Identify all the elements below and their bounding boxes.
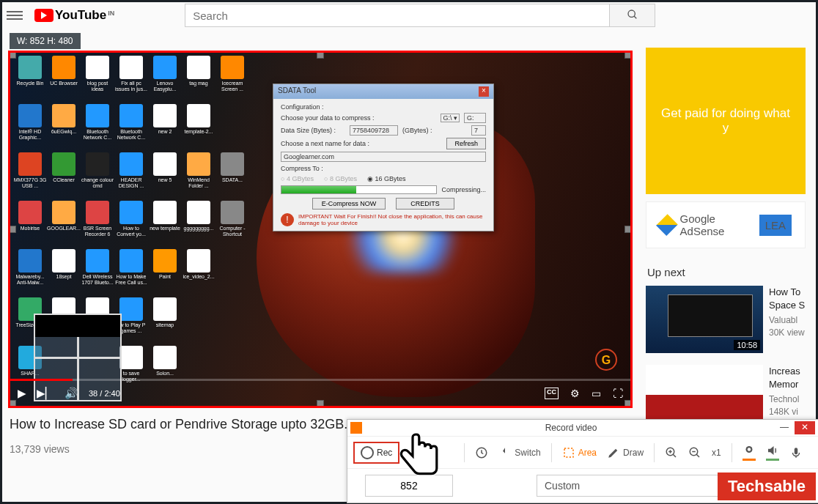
desktop-icon[interactable]: How to Convert yo... (114, 201, 148, 248)
refresh-button[interactable]: Refresh (446, 138, 486, 149)
progress-track[interactable] (10, 379, 630, 381)
desktop-icon[interactable]: Intel® HD Graphic... (13, 104, 47, 151)
resize-handle[interactable] (9, 226, 16, 233)
youtube-logo[interactable]: YouTube IN (34, 8, 114, 23)
resize-handle[interactable] (9, 51, 16, 59)
size-label: Data Size (Bytes) : (281, 127, 345, 134)
record-icon (361, 446, 374, 459)
fullscreen-icon[interactable]: ⛶ (613, 388, 623, 399)
compress-to-label: Compress To : (281, 165, 486, 172)
desktop-icon[interactable]: change colour cmd (81, 152, 114, 199)
audio-button[interactable] (766, 444, 779, 461)
desktop-icon[interactable]: SDATA... (215, 152, 249, 199)
desktop-icon[interactable]: 6uEGwlq... (47, 104, 81, 151)
ecompress-button[interactable]: E-Compress NOW (312, 198, 386, 210)
desktop-icon[interactable]: HEADER DESIGN ... (114, 152, 148, 199)
desktop-icon[interactable]: WinMend Folder ... (182, 152, 215, 199)
desktop-icon[interactable]: template-2... (182, 104, 215, 151)
desktop-icon[interactable]: Dell Wireless 1707 Blueto... (81, 249, 114, 296)
search-button[interactable] (610, 4, 655, 27)
desktop-icon[interactable]: Mobirise (13, 201, 47, 248)
desktop-icon[interactable]: Lenovo Easyplu... (148, 56, 182, 103)
area-button[interactable]: Area (562, 446, 597, 459)
desktop-icon[interactable]: 18sept (47, 249, 81, 296)
draw-button[interactable]: Draw (607, 446, 644, 459)
resize-handle[interactable] (317, 51, 324, 59)
size-input[interactable]: 7758409728 (350, 125, 398, 136)
desktop-icon[interactable]: UC Browser (47, 56, 81, 103)
desktop-icon[interactable]: BSR Screen Recorder 6 (81, 201, 114, 248)
desktop-icon[interactable]: Bluetooth Network C... (114, 104, 148, 151)
close-button[interactable]: ✕ (795, 421, 815, 434)
radio-4gb[interactable]: ○ 4 GBytes (281, 175, 314, 182)
credits-button[interactable]: CREDITS (396, 198, 454, 210)
progress-bar (281, 185, 437, 194)
desktop-icon[interactable]: tag mag (182, 56, 215, 103)
name-input[interactable]: Googlearner.com (281, 152, 486, 162)
desktop-icon[interactable]: MMX377G 3G USB ... (13, 152, 47, 199)
duration-badge: 10:58 (734, 340, 760, 350)
minimize-button[interactable]: — (774, 421, 795, 434)
channel-name: Technol (769, 393, 800, 406)
desktop-icon[interactable]: new 5 (148, 152, 182, 199)
learn-button[interactable]: LEA (759, 215, 792, 236)
adsense-label: Google AdSense (680, 212, 753, 237)
radio-8gb[interactable]: ○ 8 GBytes (324, 175, 357, 182)
logo-region: IN (108, 10, 114, 17)
desktop-icon[interactable]: Malwareby... Anti-Malw... (13, 249, 47, 296)
volume-icon[interactable]: 🔊 (65, 387, 78, 400)
adsense-card[interactable]: Google AdSense LEA (646, 201, 806, 248)
desktop-icon[interactable]: Icecream Screen ... (215, 56, 249, 103)
video-player[interactable]: G Recycle BinUC Browserblog post ideasFi… (8, 51, 633, 408)
drive-select[interactable]: G:\ ▾ (441, 114, 460, 122)
desktop-icon[interactable]: Bluetooth Network C... (81, 104, 114, 151)
sdata-title: SDATA Tool (278, 86, 316, 97)
mic-button[interactable] (789, 446, 803, 459)
timer-button[interactable] (475, 446, 488, 459)
resize-handle[interactable] (624, 51, 632, 59)
desktop-icon[interactable]: CCleaner (47, 152, 81, 199)
sdata-close-button[interactable]: × (479, 86, 489, 97)
search-input[interactable] (185, 4, 610, 27)
next-icon[interactable]: ▶▏ (37, 387, 54, 400)
webcam-button[interactable] (743, 444, 756, 461)
desktop-icon[interactable]: Recycle Bin (13, 56, 47, 103)
config-label: Configuration : (281, 103, 486, 111)
app-icon (350, 422, 362, 434)
desktop-icon[interactable]: GOOGLEAR... (47, 201, 81, 248)
logo-text: YouTube (55, 8, 106, 23)
ad-banner[interactable]: Get paid for doing what y (646, 48, 806, 194)
radio-16gb[interactable]: ◉ 16 GBytes (367, 175, 406, 182)
resize-handle[interactable] (624, 226, 632, 233)
desktop-icon[interactable]: sitemap (148, 297, 182, 344)
sdata-tool-window[interactable]: SDATA Tool × Configuration : Choose your… (273, 84, 494, 231)
video-controls: ▶ ▶▏ 🔊 38 / 2:40 CC ⚙ ▭ ⛶ (10, 381, 630, 406)
switch-button[interactable]: Switch (498, 446, 540, 459)
play-icon[interactable]: ▶ (18, 387, 26, 400)
cc-button[interactable]: CC (545, 388, 559, 399)
warning-icon: ! (281, 213, 294, 226)
desktop-icon[interactable]: Computer - Shortcut (215, 201, 249, 248)
zoom-in-button[interactable] (665, 446, 678, 459)
watermark: Techsable (718, 472, 816, 500)
desktop-icon[interactable]: Fix all pc issues in jus... (114, 56, 148, 103)
zoom-out-button[interactable] (688, 446, 701, 459)
recommendation-item[interactable]: 10:58 How ToSpace S Valuabl 30K view (646, 286, 816, 353)
desktop-icon[interactable]: new 2 (148, 104, 182, 151)
desktop-icon[interactable]: Paint (148, 249, 182, 296)
hamburger-icon[interactable] (7, 11, 23, 20)
time-label: 38 / 2:40 (89, 389, 120, 398)
desktop-icon[interactable]: How to Make Free Call us... (114, 249, 148, 296)
svg-point-0 (628, 10, 635, 17)
channel-name: Valuabl (769, 314, 805, 327)
desktop-icon[interactable]: ggggggggg... (182, 201, 215, 248)
gbytes-input[interactable]: 7 (471, 125, 486, 136)
desktop-icon[interactable]: new template (148, 201, 182, 248)
theater-icon[interactable]: ▭ (592, 388, 601, 399)
svg-line-1 (634, 16, 636, 18)
thumbnail: 10:58 (646, 286, 763, 353)
svg-point-7 (748, 448, 751, 451)
desktop-icon[interactable]: ice_video_2... (182, 249, 215, 296)
desktop-icon[interactable]: blog post ideas (81, 56, 114, 103)
settings-icon[interactable]: ⚙ (570, 388, 580, 399)
